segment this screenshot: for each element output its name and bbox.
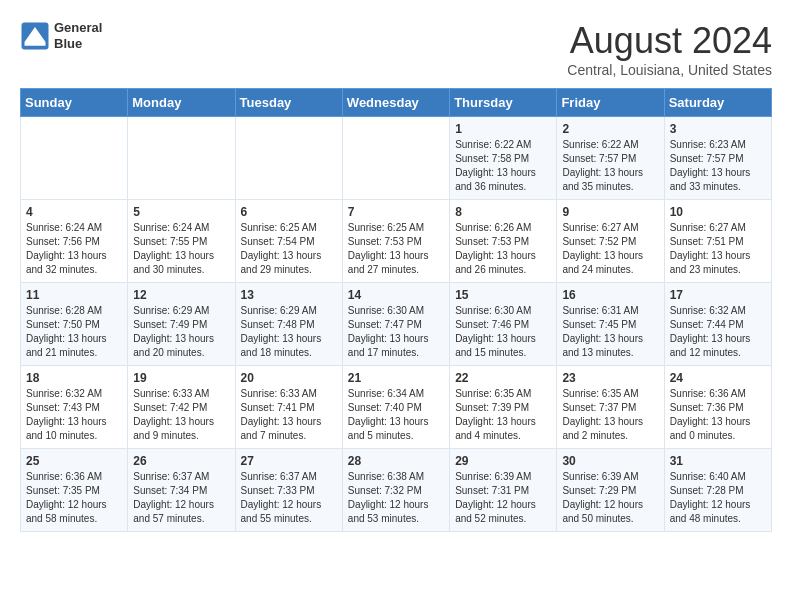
day-number: 24 [670,371,766,385]
day-number: 28 [348,454,444,468]
logo-line2: Blue [54,36,102,52]
day-info: Sunrise: 6:30 AM Sunset: 7:46 PM Dayligh… [455,304,551,360]
calendar-cell: 7Sunrise: 6:25 AM Sunset: 7:53 PM Daylig… [342,200,449,283]
day-number: 31 [670,454,766,468]
day-number: 4 [26,205,122,219]
day-info: Sunrise: 6:36 AM Sunset: 7:36 PM Dayligh… [670,387,766,443]
day-number: 25 [26,454,122,468]
weekday-header-thursday: Thursday [450,89,557,117]
day-number: 12 [133,288,229,302]
day-number: 10 [670,205,766,219]
day-info: Sunrise: 6:31 AM Sunset: 7:45 PM Dayligh… [562,304,658,360]
calendar-cell: 31Sunrise: 6:40 AM Sunset: 7:28 PM Dayli… [664,449,771,532]
calendar-cell: 30Sunrise: 6:39 AM Sunset: 7:29 PM Dayli… [557,449,664,532]
month-year-title: August 2024 [567,20,772,62]
logo-icon [20,21,50,51]
day-info: Sunrise: 6:33 AM Sunset: 7:42 PM Dayligh… [133,387,229,443]
day-number: 22 [455,371,551,385]
day-number: 18 [26,371,122,385]
title-block: August 2024 Central, Louisiana, United S… [567,20,772,78]
calendar-cell: 28Sunrise: 6:38 AM Sunset: 7:32 PM Dayli… [342,449,449,532]
calendar-cell [342,117,449,200]
calendar-cell [235,117,342,200]
calendar-cell: 1Sunrise: 6:22 AM Sunset: 7:58 PM Daylig… [450,117,557,200]
calendar-cell [21,117,128,200]
day-info: Sunrise: 6:24 AM Sunset: 7:55 PM Dayligh… [133,221,229,277]
calendar-cell: 3Sunrise: 6:23 AM Sunset: 7:57 PM Daylig… [664,117,771,200]
day-info: Sunrise: 6:39 AM Sunset: 7:31 PM Dayligh… [455,470,551,526]
day-info: Sunrise: 6:38 AM Sunset: 7:32 PM Dayligh… [348,470,444,526]
day-info: Sunrise: 6:29 AM Sunset: 7:48 PM Dayligh… [241,304,337,360]
calendar-cell: 8Sunrise: 6:26 AM Sunset: 7:53 PM Daylig… [450,200,557,283]
day-info: Sunrise: 6:22 AM Sunset: 7:58 PM Dayligh… [455,138,551,194]
day-number: 3 [670,122,766,136]
day-number: 16 [562,288,658,302]
day-info: Sunrise: 6:26 AM Sunset: 7:53 PM Dayligh… [455,221,551,277]
page-header: General Blue August 2024 Central, Louisi… [20,20,772,78]
calendar-cell: 18Sunrise: 6:32 AM Sunset: 7:43 PM Dayli… [21,366,128,449]
day-number: 17 [670,288,766,302]
calendar-cell: 23Sunrise: 6:35 AM Sunset: 7:37 PM Dayli… [557,366,664,449]
calendar-week-row: 11Sunrise: 6:28 AM Sunset: 7:50 PM Dayli… [21,283,772,366]
weekday-header-monday: Monday [128,89,235,117]
calendar-cell: 9Sunrise: 6:27 AM Sunset: 7:52 PM Daylig… [557,200,664,283]
calendar-cell [128,117,235,200]
calendar-cell: 4Sunrise: 6:24 AM Sunset: 7:56 PM Daylig… [21,200,128,283]
day-number: 13 [241,288,337,302]
svg-rect-2 [25,42,46,46]
day-number: 27 [241,454,337,468]
calendar-cell: 20Sunrise: 6:33 AM Sunset: 7:41 PM Dayli… [235,366,342,449]
day-number: 21 [348,371,444,385]
day-number: 7 [348,205,444,219]
calendar-cell: 16Sunrise: 6:31 AM Sunset: 7:45 PM Dayli… [557,283,664,366]
day-info: Sunrise: 6:23 AM Sunset: 7:57 PM Dayligh… [670,138,766,194]
day-info: Sunrise: 6:29 AM Sunset: 7:49 PM Dayligh… [133,304,229,360]
day-info: Sunrise: 6:28 AM Sunset: 7:50 PM Dayligh… [26,304,122,360]
day-number: 30 [562,454,658,468]
day-info: Sunrise: 6:36 AM Sunset: 7:35 PM Dayligh… [26,470,122,526]
weekday-header-tuesday: Tuesday [235,89,342,117]
day-number: 29 [455,454,551,468]
calendar-week-row: 25Sunrise: 6:36 AM Sunset: 7:35 PM Dayli… [21,449,772,532]
calendar-cell: 12Sunrise: 6:29 AM Sunset: 7:49 PM Dayli… [128,283,235,366]
day-info: Sunrise: 6:37 AM Sunset: 7:34 PM Dayligh… [133,470,229,526]
day-number: 15 [455,288,551,302]
day-number: 26 [133,454,229,468]
day-info: Sunrise: 6:32 AM Sunset: 7:43 PM Dayligh… [26,387,122,443]
calendar-week-row: 1Sunrise: 6:22 AM Sunset: 7:58 PM Daylig… [21,117,772,200]
day-number: 8 [455,205,551,219]
day-number: 2 [562,122,658,136]
weekday-header-row: SundayMondayTuesdayWednesdayThursdayFrid… [21,89,772,117]
calendar-cell: 2Sunrise: 6:22 AM Sunset: 7:57 PM Daylig… [557,117,664,200]
day-number: 9 [562,205,658,219]
day-number: 23 [562,371,658,385]
day-info: Sunrise: 6:25 AM Sunset: 7:54 PM Dayligh… [241,221,337,277]
calendar-cell: 29Sunrise: 6:39 AM Sunset: 7:31 PM Dayli… [450,449,557,532]
calendar-cell: 5Sunrise: 6:24 AM Sunset: 7:55 PM Daylig… [128,200,235,283]
day-number: 20 [241,371,337,385]
location-subtitle: Central, Louisiana, United States [567,62,772,78]
calendar-week-row: 4Sunrise: 6:24 AM Sunset: 7:56 PM Daylig… [21,200,772,283]
day-info: Sunrise: 6:35 AM Sunset: 7:39 PM Dayligh… [455,387,551,443]
day-info: Sunrise: 6:27 AM Sunset: 7:51 PM Dayligh… [670,221,766,277]
day-info: Sunrise: 6:27 AM Sunset: 7:52 PM Dayligh… [562,221,658,277]
day-info: Sunrise: 6:33 AM Sunset: 7:41 PM Dayligh… [241,387,337,443]
calendar-table: SundayMondayTuesdayWednesdayThursdayFrid… [20,88,772,532]
day-number: 11 [26,288,122,302]
calendar-cell: 27Sunrise: 6:37 AM Sunset: 7:33 PM Dayli… [235,449,342,532]
day-info: Sunrise: 6:35 AM Sunset: 7:37 PM Dayligh… [562,387,658,443]
day-info: Sunrise: 6:22 AM Sunset: 7:57 PM Dayligh… [562,138,658,194]
day-info: Sunrise: 6:30 AM Sunset: 7:47 PM Dayligh… [348,304,444,360]
day-info: Sunrise: 6:25 AM Sunset: 7:53 PM Dayligh… [348,221,444,277]
weekday-header-saturday: Saturday [664,89,771,117]
day-info: Sunrise: 6:34 AM Sunset: 7:40 PM Dayligh… [348,387,444,443]
day-number: 6 [241,205,337,219]
calendar-cell: 14Sunrise: 6:30 AM Sunset: 7:47 PM Dayli… [342,283,449,366]
calendar-cell: 19Sunrise: 6:33 AM Sunset: 7:42 PM Dayli… [128,366,235,449]
calendar-cell: 6Sunrise: 6:25 AM Sunset: 7:54 PM Daylig… [235,200,342,283]
day-info: Sunrise: 6:24 AM Sunset: 7:56 PM Dayligh… [26,221,122,277]
weekday-header-wednesday: Wednesday [342,89,449,117]
calendar-cell: 24Sunrise: 6:36 AM Sunset: 7:36 PM Dayli… [664,366,771,449]
calendar-cell: 13Sunrise: 6:29 AM Sunset: 7:48 PM Dayli… [235,283,342,366]
calendar-cell: 21Sunrise: 6:34 AM Sunset: 7:40 PM Dayli… [342,366,449,449]
